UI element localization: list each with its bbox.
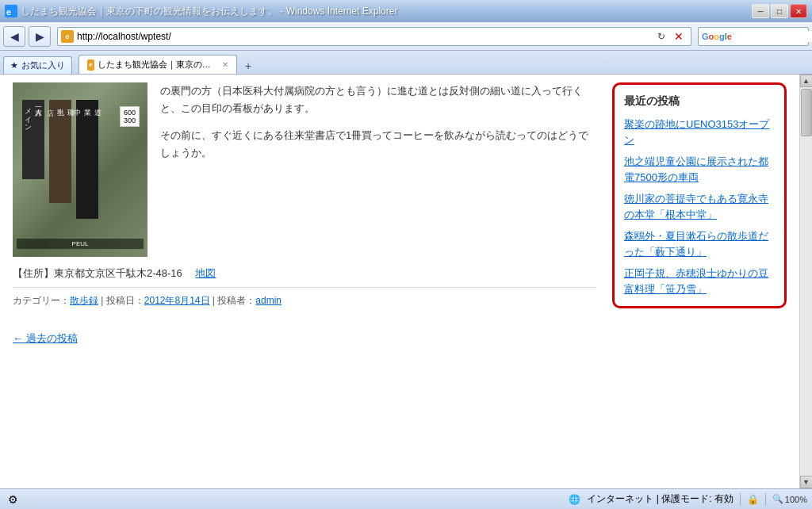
tab-close-button[interactable]: ✕: [222, 60, 228, 69]
address-prefix: 【住所】東京都文京区千駄木2-48-16: [13, 267, 182, 279]
article-text-block: の裏門の方（日本医科大付属病院の方とも言う）に進む道とは反対側の細い道に入って行…: [160, 82, 596, 257]
tab-favicon: e: [87, 59, 94, 71]
close-button[interactable]: ✕: [790, 4, 807, 18]
older-posts-link[interactable]: ← 過去の投稿: [13, 332, 78, 344]
sidebar-post-2[interactable]: 池之端児童公園に展示された都電7500形の車両: [624, 154, 775, 185]
favorites-label: お気に入り: [21, 59, 65, 71]
widget-title: 最近の投稿: [624, 94, 775, 109]
minimize-button[interactable]: ─: [752, 4, 769, 18]
tab-bar: ★ お気に入り e したまち観光協会｜東京の下町の観光情報をお... ✕ +: [0, 51, 812, 75]
scroll-thumb[interactable]: [801, 89, 812, 136]
sidebar-post-1[interactable]: 聚楽の跡地にUENO3153オープン: [624, 117, 775, 147]
security-text: インターネット | 保護モード: 有効: [587, 492, 733, 506]
zoom-level[interactable]: 🔍 100%: [772, 494, 807, 504]
meta-label: カテゴリー：: [13, 295, 70, 306]
favorites-button[interactable]: ★ お気に入り: [3, 56, 72, 74]
main-column: 一人席メイン 珈琲生乳店 道業中 600300 PEUL の裏門の方（日本医科大…: [13, 82, 596, 346]
author-link[interactable]: admin: [255, 295, 282, 306]
article-image-inner: 一人席メイン 珈琲生乳店 道業中 600300 PEUL: [13, 82, 147, 257]
ie-toolbar: ◀ ▶ e ↻ ✕ Google 🔍: [0, 22, 812, 51]
forward-button[interactable]: ▶: [29, 26, 51, 47]
back-button[interactable]: ◀: [3, 26, 25, 47]
status-icon: ⚙: [5, 492, 21, 507]
map-link[interactable]: 地図: [195, 267, 216, 279]
title-bar: e したまち観光協会｜東京の下町の観光情報をお伝えします。 - Windows …: [0, 0, 812, 22]
title-bar-buttons: ─ □ ✕: [752, 4, 807, 18]
meta-sep1: | 投稿日：: [98, 295, 144, 306]
refresh-button[interactable]: ↻: [653, 28, 670, 45]
status-bar: ⚙ 🌐 インターネット | 保護モード: 有効 🔒 🔍 100%: [0, 488, 812, 509]
maximize-button[interactable]: □: [771, 4, 788, 18]
address-input[interactable]: [77, 31, 653, 42]
active-tab[interactable]: e したまち観光協会｜東京の下町の観光情報をお... ✕: [79, 55, 237, 74]
svg-text:e: e: [6, 7, 11, 17]
zoom-icon: 🔍: [772, 494, 783, 504]
sign-area: 一人席メイン 珈琲生乳店 道業中: [21, 98, 100, 220]
status-right: 🌐 インターネット | 保護モード: 有効 🔒 🔍 100%: [569, 492, 807, 506]
meta-sep2: | 投稿者：: [210, 295, 256, 306]
article-paragraph-1: の裏門の方（日本医科大付属病院の方とも言う）に進む道とは反対側の細い道に入って行…: [160, 82, 596, 117]
window-icon: e: [5, 5, 17, 17]
sign-board-2: 珈琲生乳店: [49, 100, 71, 203]
lock-icon: 🔒: [747, 494, 759, 505]
search-bar: Google 🔍: [698, 27, 809, 46]
sidebar-post-4[interactable]: 森鴎外・夏目漱石らの散歩道だった「藪下通り」: [624, 228, 775, 259]
sidebar-column: 最近の投稿 聚楽の跡地にUENO3153オープン 池之端児童公園に展示された都電…: [612, 82, 787, 346]
search-input[interactable]: [735, 31, 812, 42]
article-image: 一人席メイン 珈琲生乳店 道業中 600300 PEUL: [13, 82, 147, 257]
address-favicon: e: [61, 30, 74, 43]
google-logo: Google: [702, 32, 732, 41]
sign-board-3: 道業中: [76, 100, 98, 219]
sidebar-post-5[interactable]: 正岡子規、赤穂浪士ゆかりの豆富料理「笹乃雪」: [624, 266, 775, 297]
recent-posts-widget: 最近の投稿 聚楽の跡地にUENO3153オープン 池之端児童公園に展示された都電…: [612, 82, 787, 308]
date-link[interactable]: 2012年8月14日: [144, 295, 210, 306]
page-content: 一人席メイン 珈琲生乳店 道業中 600300 PEUL の裏門の方（日本医科大…: [0, 75, 799, 354]
status-divider-2: [765, 493, 766, 506]
article-top: 一人席メイン 珈琲生乳店 道業中 600300 PEUL の裏門の方（日本医科大…: [13, 82, 596, 257]
sign-board-1: 一人席メイン: [22, 100, 44, 179]
title-bar-text: したまち観光協会｜東京の下町の観光情報をお伝えします。 - Windows In…: [21, 5, 752, 18]
active-tab-label: したまち観光協会｜東京の下町の観光情報をお...: [98, 59, 216, 71]
scroll-up-button[interactable]: ▲: [800, 75, 813, 87]
zoom-text: 100%: [785, 495, 807, 504]
stop-button[interactable]: ✕: [670, 28, 688, 45]
address-bar: e ↻ ✕: [57, 27, 691, 46]
new-tab-button[interactable]: +: [240, 58, 256, 74]
article-meta: カテゴリー：散歩録 | 投稿日：2012年8月14日 | 投稿者：admin: [13, 287, 596, 308]
page-wrapper: 一人席メイン 珈琲生乳店 道業中 600300 PEUL の裏門の方（日本医科大…: [0, 75, 799, 488]
article-address: 【住所】東京都文京区千駄木2-48-16 地図: [13, 266, 596, 281]
older-posts: ← 過去の投稿: [13, 323, 596, 346]
scroll-down-button[interactable]: ▼: [800, 476, 813, 488]
status-divider: [740, 493, 741, 506]
star-icon: ★: [10, 60, 18, 71]
globe-icon: 🌐: [569, 494, 580, 505]
content-area: 一人席メイン 珈琲生乳店 道業中 600300 PEUL の裏門の方（日本医科大…: [0, 75, 812, 488]
category-link[interactable]: 散歩録: [70, 295, 98, 306]
article-paragraph-2: その前に、すぐ近くにある往来堂書店で1冊買ってコーヒーを飲みながら読むってのはど…: [160, 127, 596, 162]
sidebar-post-3[interactable]: 徳川家の菩提寺でもある寛永寺の本堂「根本中堂」: [624, 191, 775, 222]
scroll-track[interactable]: ▲ ▼: [799, 75, 812, 488]
